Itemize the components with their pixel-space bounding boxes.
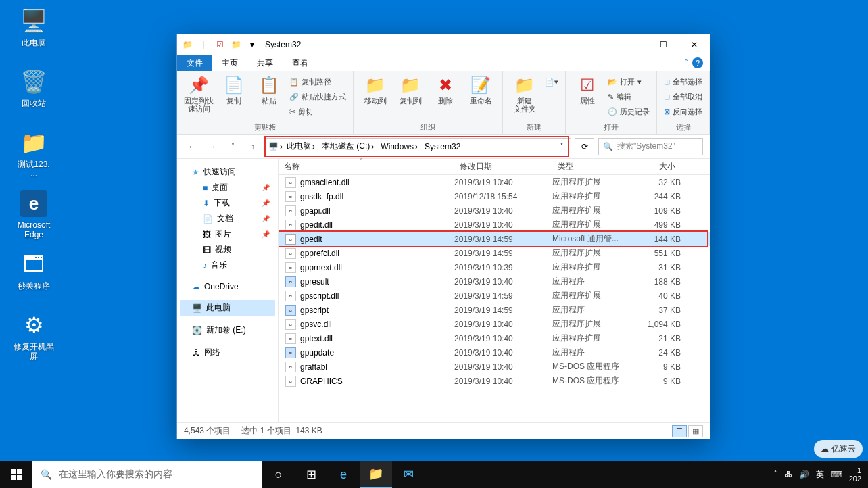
volume-icon[interactable]: 🔊 — [799, 470, 809, 479]
col-type[interactable]: 类型 — [552, 161, 633, 172]
newfolder-button[interactable]: 📁新建 文件夹 — [508, 74, 541, 113]
nav-thispc[interactable]: 🖥️此电脑 — [180, 300, 275, 316]
file-row[interactable]: ▫GRAPHICS2019/3/19 10:40MS-DOS 应用程序9 KB — [279, 374, 710, 388]
nav-network[interactable]: 🖧网络 — [180, 345, 275, 360]
selectall-button[interactable]: ⊞全部选择 — [662, 75, 704, 89]
start-button[interactable] — [0, 461, 32, 488]
ime-indicator[interactable]: 英 — [816, 469, 824, 481]
refresh-button[interactable]: ⟳ — [575, 138, 594, 155]
minimize-button[interactable]: — — [617, 34, 648, 55]
view-large-button[interactable]: ▦ — [688, 425, 703, 437]
breadcrumb[interactable]: 🖥️› 此电脑› 本地磁盘 (C:)› Windows› System32 ˅ — [265, 138, 571, 155]
nav-videos[interactable]: 🎞视频 — [180, 242, 275, 258]
newitem-button[interactable]: 📄▾ — [544, 75, 560, 89]
recent-dropdown[interactable]: ˅ — [224, 139, 241, 155]
qat-dropdown-icon[interactable]: ▾ — [246, 39, 258, 51]
file-row[interactable]: ▫gpprnext.dll2019/3/19 10:39应用程序扩展31 KB — [279, 260, 710, 274]
tray-chevron-icon[interactable]: ˄ — [773, 470, 777, 479]
paste-button[interactable]: 📋粘贴 — [253, 74, 285, 105]
explorer-button[interactable]: 📁 — [360, 461, 392, 488]
maximize-button[interactable]: ☐ — [648, 34, 679, 55]
back-button[interactable]: ← — [184, 139, 200, 155]
tab-file[interactable]: 文件 — [177, 55, 212, 71]
nav-newvol[interactable]: 💽新加卷 (E:) — [180, 322, 275, 338]
copy-button[interactable]: 📄复制 — [218, 74, 250, 105]
pasteshortcut-button[interactable]: 🔗粘贴快捷方式 — [288, 90, 347, 103]
properties-button[interactable]: ☑属性 — [571, 74, 604, 105]
col-name[interactable]: 名称 — [279, 161, 454, 172]
chevron-icon[interactable]: › — [280, 142, 283, 151]
tab-home[interactable]: 主页 — [212, 55, 247, 71]
edit-button[interactable]: ✎编辑 — [606, 90, 651, 103]
file-row[interactable]: ▫gpedit.dll2019/3/19 10:40应用程序扩展499 KB — [279, 218, 710, 232]
file-row[interactable]: ▫graftabl2019/3/19 10:40MS-DOS 应用程序9 KB — [279, 360, 710, 374]
file-row[interactable]: ▫gpprefcl.dll2019/3/19 14:59应用程序扩展551 KB — [279, 246, 710, 260]
desktop-fixboot[interactable]: ⚙修复开机黑 屏 — [8, 311, 59, 362]
file-row[interactable]: ▫gpscript2019/3/19 14:59应用程序37 KB — [279, 303, 710, 317]
nav-desktop[interactable]: ■桌面📌 — [180, 180, 275, 195]
breadcrumb-seg[interactable]: 本地磁盘 (C:)› — [319, 141, 377, 152]
desktop-secproc[interactable]: 🗔秒关程序 — [8, 250, 59, 291]
delete-button[interactable]: ✖删除 — [429, 74, 462, 105]
pin-button[interactable]: 📌固定到快 速访问 — [183, 74, 215, 113]
ribbon-collapse-icon[interactable]: ˄ — [684, 58, 688, 68]
file-rows[interactable]: ▫gmsaclient.dll2019/3/19 10:40应用程序扩展32 K… — [279, 175, 710, 422]
invert-button[interactable]: ⊠反向选择 — [662, 105, 704, 118]
titlebar[interactable]: 📁 | ☑ 📁 ▾ System32 — ☐ ✕ — [177, 34, 710, 55]
up-button[interactable]: ↑ — [245, 139, 261, 155]
mail-button[interactable]: ✉ — [392, 461, 425, 488]
nav-quick[interactable]: ★快速访问 — [180, 164, 275, 180]
edge-button[interactable]: e — [327, 461, 360, 488]
nav-pictures[interactable]: 🖼图片📌 — [180, 226, 275, 242]
rename-button[interactable]: 📝重命名 — [464, 74, 497, 105]
desktop-test[interactable]: 📁测试123. ... — [8, 128, 59, 179]
breadcrumb-seg[interactable]: Windows› — [378, 142, 420, 151]
nav-music[interactable]: ♪音乐 — [180, 258, 275, 273]
desktop-thispc[interactable]: 🖥️此电脑 — [8, 7, 59, 47]
file-row[interactable]: ▫gpedit2019/3/19 14:59Microsoft 通用管...14… — [279, 232, 710, 246]
cut-button[interactable]: ✂剪切 — [288, 105, 347, 118]
file-row[interactable]: ▫gpupdate2019/3/19 10:40应用程序24 KB — [279, 345, 710, 360]
nav-downloads[interactable]: ⬇下载📌 — [180, 195, 275, 211]
file-row[interactable]: ▫gpscript.dll2019/3/19 14:59应用程序扩展40 KB — [279, 289, 710, 303]
selectnone-button[interactable]: ⊟全部取消 — [662, 90, 704, 103]
help-icon[interactable]: ? — [692, 57, 703, 68]
nav-onedrive[interactable]: ☁OneDrive — [180, 280, 275, 293]
search-input[interactable]: 🔍搜索"System32" — [598, 138, 703, 155]
view-details-button[interactable]: ☰ — [672, 425, 687, 437]
nav-documents[interactable]: 📄文档📌 — [180, 211, 275, 226]
breadcrumb-dropdown[interactable]: ˅ — [556, 142, 568, 151]
desktop-recycle[interactable]: 🗑️回收站 — [8, 68, 59, 108]
moveto-button[interactable]: 📁移动到 — [359, 74, 391, 105]
breadcrumb-seg[interactable]: System32 — [422, 142, 463, 151]
qat-properties-icon[interactable]: ☑ — [214, 39, 226, 51]
tab-share[interactable]: 共享 — [247, 55, 283, 71]
file-row[interactable]: ▫gnsdk_fp.dll2019/12/18 15:54应用程序扩展244 K… — [279, 189, 710, 203]
tab-view[interactable]: 查看 — [283, 55, 318, 71]
col-size[interactable]: 大小 — [633, 161, 681, 172]
cortana-button[interactable]: ○ — [262, 461, 295, 488]
copypath-button[interactable]: 📋复制路径 — [288, 75, 347, 89]
network-icon[interactable]: 🖧 — [784, 470, 792, 479]
file-row[interactable]: ▫gmsaclient.dll2019/3/19 10:40应用程序扩展32 K… — [279, 175, 710, 189]
qat-newfolder-icon[interactable]: 📁 — [230, 39, 242, 51]
system-tray[interactable]: ˄ 🖧 🔊 英 ⌨ 1202 — [767, 466, 868, 483]
open-button[interactable]: 📂打开▾ — [606, 75, 651, 89]
taskview-button[interactable]: ⊞ — [295, 461, 327, 488]
taskbar-search[interactable]: 🔍在这里输入你要搜索的内容 — [32, 461, 262, 488]
ime-icon[interactable]: ⌨ — [831, 470, 842, 479]
history-button[interactable]: 🕘历史记录 — [606, 105, 651, 118]
column-headers[interactable]: ˄ 名称 修改日期 类型 大小 — [279, 159, 710, 175]
col-date[interactable]: 修改日期 — [454, 161, 552, 172]
close-button[interactable]: ✕ — [679, 34, 710, 55]
forward-button[interactable]: → — [204, 139, 220, 155]
file-row[interactable]: ▫gpresult2019/3/19 10:40应用程序188 KB — [279, 274, 710, 289]
copyto-button[interactable]: 📁复制到 — [394, 74, 427, 105]
file-row[interactable]: ▫gpsvc.dll2019/3/19 10:40应用程序扩展1,094 KB — [279, 317, 710, 331]
file-row[interactable]: ▫gptext.dll2019/3/19 10:40应用程序扩展21 KB — [279, 331, 710, 345]
file-row[interactable]: ▫gpapi.dll2019/3/19 10:40应用程序扩展109 KB — [279, 203, 710, 218]
breadcrumb-seg[interactable]: 此电脑› — [284, 141, 318, 152]
clock[interactable]: 1202 — [849, 466, 861, 483]
desktop-edge[interactable]: eMicrosoft Edge — [8, 189, 59, 240]
file-date: 2019/3/19 10:40 — [454, 178, 552, 187]
